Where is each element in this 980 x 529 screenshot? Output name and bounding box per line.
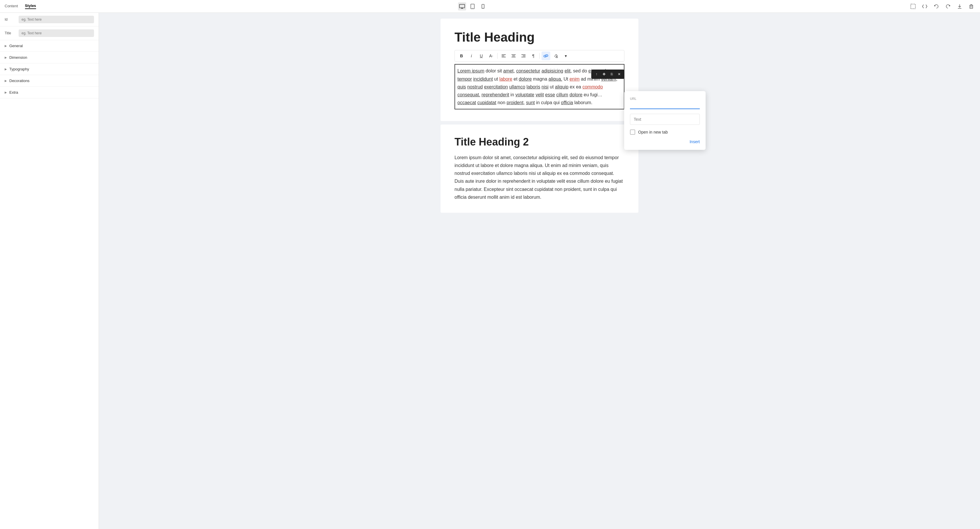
format-more-button[interactable]: ▾ (561, 51, 570, 60)
trash-icon[interactable] (967, 2, 975, 11)
aliqua-underline: aliqua. (549, 76, 562, 81)
redo-icon[interactable] (944, 2, 952, 11)
tab-styles[interactable]: Styles (25, 3, 36, 9)
italic-button[interactable]: i (467, 51, 476, 60)
reprehenderit-underline: reprehenderit (482, 92, 509, 97)
aliquip-underline: aliquip (555, 84, 568, 89)
select-icon[interactable] (909, 2, 917, 11)
align-center-button[interactable] (509, 51, 518, 60)
occaecat-underline: occaecat (457, 100, 476, 105)
tempor-underline: tempor (457, 76, 472, 81)
align-left-button[interactable] (499, 51, 508, 60)
url-label: URL (630, 97, 700, 100)
title-heading-2[interactable]: Title Heading 2 (455, 136, 624, 148)
title-label: Title (5, 31, 16, 35)
laboris-underline: laboris (527, 84, 540, 89)
enim-text: enim (570, 76, 580, 81)
lorem-text-underline: Lorem ipsum (457, 69, 484, 73)
id-label: Id (5, 18, 16, 22)
main-layout: Id Title ▶ General ▶ Dimension ▶ Typogra… (0, 13, 980, 529)
top-bar-left: Content Styles (5, 3, 36, 9)
desktop-icon[interactable] (458, 2, 466, 11)
open-new-tab-checkbox[interactable] (630, 129, 635, 135)
officia-underline: officia (561, 100, 573, 105)
proident-underline: proident, (507, 100, 525, 105)
chevron-icon: ▶ (5, 56, 7, 59)
toolbar-separator-1 (497, 53, 498, 59)
title-heading-1[interactable]: Title Heading (455, 30, 624, 44)
svg-rect-0 (460, 4, 465, 8)
chevron-icon: ▶ (5, 79, 7, 82)
esse-underline: esse (545, 92, 555, 97)
chevron-icon: ▶ (5, 44, 7, 48)
top-bar-right (909, 2, 975, 11)
sidebar: Id Title ▶ General ▶ Dimension ▶ Typogra… (0, 13, 99, 529)
voluptate-underline: voluptate (515, 92, 534, 97)
sidebar-section-typography[interactable]: ▶ Typography (0, 64, 99, 75)
cupidatat-underline: cupidatat (477, 100, 496, 105)
svg-rect-8 (911, 4, 915, 9)
svg-point-5 (472, 8, 473, 8)
underline-button[interactable]: U (477, 51, 486, 60)
svg-point-7 (483, 8, 483, 8)
tablet-icon[interactable] (468, 2, 477, 11)
consequat-underline: consequat. (457, 92, 480, 97)
url-input[interactable] (630, 102, 700, 109)
sidebar-section-extra[interactable]: ▶ Extra (0, 87, 99, 98)
section-label-dimension: Dimension (9, 55, 27, 60)
section-label-decorations: Decorations (9, 78, 29, 83)
chevron-icon: ▶ (5, 67, 7, 71)
download-icon[interactable] (956, 2, 964, 11)
sidebar-section-decorations[interactable]: ▶ Decorations (0, 75, 99, 87)
commodo-text: commodo (582, 84, 603, 89)
float-delete-button[interactable]: ✕ (616, 71, 623, 78)
nisi-underline: nisi (541, 84, 549, 89)
bold-button[interactable]: B (457, 51, 466, 60)
body-text-2[interactable]: Lorem ipsum dolor sit amet, consectetur … (455, 154, 624, 201)
elit-underline: elit, (565, 69, 572, 73)
link-text-input[interactable] (630, 114, 700, 125)
dolore-underline: dolore (519, 76, 531, 81)
incididunt-underline: incididunt (473, 76, 493, 81)
code-icon[interactable] (921, 2, 929, 11)
consectetur-underline: consectetur (516, 69, 540, 73)
paint-button[interactable] (551, 51, 560, 60)
adipisicing-underline: adipisicing (541, 69, 563, 73)
id-field-row: Id (0, 13, 99, 27)
title-input[interactable] (19, 29, 94, 37)
id-input[interactable] (19, 16, 94, 23)
nostrud-underline: nostrud (467, 84, 483, 89)
float-copy-button[interactable]: ⎘ (608, 71, 615, 78)
undo-icon[interactable] (932, 2, 940, 11)
chevron-icon: ▶ (5, 91, 7, 94)
link-popover: URL Open in new tab Insert (624, 91, 706, 150)
sidebar-section-general[interactable]: ▶ General (0, 40, 99, 52)
align-right-button[interactable] (519, 51, 528, 60)
sidebar-section-dimension[interactable]: ▶ Dimension (0, 52, 99, 64)
content-block-2: Title Heading 2 Lorem ipsum dolor sit am… (441, 124, 638, 213)
svg-point-23 (556, 56, 558, 58)
cillum-underline: cillum (556, 92, 568, 97)
sunt-underline: sunt (526, 100, 535, 105)
float-up-button[interactable]: ↑ (593, 71, 600, 78)
open-new-tab-row: Open in new tab (630, 129, 700, 135)
section-label-general: General (9, 44, 23, 48)
float-move-button[interactable]: ✥ (601, 71, 608, 78)
quis-underline: quis (457, 84, 466, 89)
paragraph-button[interactable]: ¶ (529, 51, 538, 60)
device-icons (458, 2, 487, 11)
content-block-1: Title Heading B i U A↕ ¶ (441, 19, 638, 121)
insert-link-button[interactable]: Insert (690, 139, 700, 144)
link-button[interactable] (541, 51, 550, 60)
section-label-typography: Typography (9, 67, 29, 71)
section-label-extra: Extra (9, 90, 18, 94)
font-size-button[interactable]: A↕ (487, 51, 496, 60)
canvas: Title Heading B i U A↕ ¶ (99, 13, 980, 529)
tab-content[interactable]: Content (5, 4, 18, 9)
amet-underline: amet, (503, 69, 515, 73)
velit-underline: velit (536, 92, 544, 97)
format-toolbar: B i U A↕ ¶ (455, 50, 624, 62)
float-toolbar: ↑ ✥ ⎘ ✕ (591, 70, 624, 79)
mobile-icon[interactable] (479, 2, 487, 11)
open-new-tab-label: Open in new tab (638, 130, 668, 134)
